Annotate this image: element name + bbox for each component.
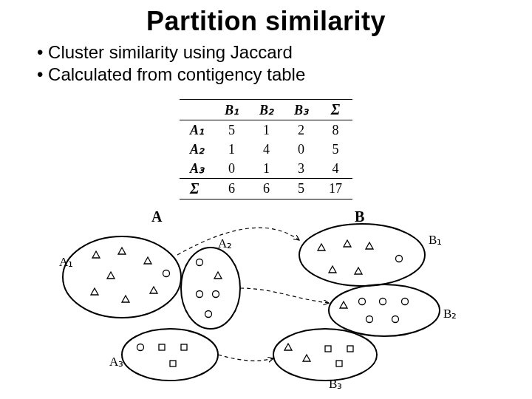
svg-point-5 — [137, 344, 144, 351]
svg-point-4 — [205, 311, 212, 318]
svg-rect-7 — [181, 344, 187, 350]
label-B2: B₂ — [443, 307, 457, 321]
cell: 5 — [284, 179, 318, 200]
cluster-A3 — [122, 329, 218, 381]
table-row: A₁ 5 1 2 8 — [180, 120, 352, 140]
cell: 0 — [214, 159, 249, 179]
col-header: B₂ — [249, 100, 284, 120]
page-title: Partition similarity — [0, 6, 532, 37]
svg-point-11 — [380, 299, 386, 305]
row-header: A₂ — [180, 140, 214, 159]
svg-rect-16 — [347, 346, 353, 352]
cell: 17 — [318, 179, 352, 200]
row-header-sum: Σ — [180, 179, 214, 200]
col-header: B₃ — [284, 100, 318, 120]
marks-B3 — [284, 344, 353, 366]
svg-point-2 — [197, 291, 203, 298]
marks-A1 — [91, 248, 170, 302]
partition-diagram: A B A₁ A₂ A₃ B₁ — [52, 207, 480, 392]
cluster-B3 — [273, 329, 377, 381]
cell: 3 — [284, 159, 318, 179]
cell: 6 — [214, 179, 249, 200]
table-header-row: B₁ B₂ B₃ Σ — [180, 100, 352, 120]
cluster-B1 — [299, 224, 425, 286]
cell: 1 — [214, 140, 249, 159]
svg-point-3 — [213, 291, 219, 298]
row-header: A₁ — [180, 120, 214, 140]
cell: 5 — [318, 140, 352, 159]
table-row: A₂ 1 4 0 5 — [180, 140, 352, 159]
cell: 1 — [249, 120, 284, 140]
bullet-item: Calculated from contigency table — [37, 64, 532, 86]
cell: 5 — [214, 120, 249, 140]
marks-B2 — [340, 299, 409, 323]
mapping-arrows — [177, 228, 329, 361]
label-B: B — [355, 208, 364, 225]
cell: 0 — [284, 140, 318, 159]
cluster-B2 — [329, 284, 440, 336]
cell: 8 — [318, 120, 352, 140]
table-sum-row: Σ 6 6 5 17 — [180, 179, 352, 200]
contingency-table: B₁ B₂ B₃ Σ A₁ 5 1 2 8 A₂ 1 4 0 5 A₃ 0 1 … — [180, 99, 352, 200]
label-B1: B₁ — [429, 233, 442, 247]
svg-point-0 — [163, 270, 170, 277]
svg-point-12 — [402, 299, 409, 305]
cell: 2 — [284, 120, 318, 140]
bullet-list: Cluster similarity using Jaccard Calcula… — [37, 41, 532, 86]
svg-rect-15 — [325, 346, 331, 352]
marks-A2 — [197, 259, 222, 318]
label-A: A — [151, 208, 163, 225]
cell: 1 — [249, 159, 284, 179]
col-header: B₁ — [214, 100, 249, 120]
row-header: A₃ — [180, 159, 214, 179]
svg-point-14 — [392, 316, 399, 323]
label-A2: A₂ — [218, 236, 232, 250]
label-B3: B₃ — [329, 377, 342, 391]
cell: 4 — [249, 140, 284, 159]
marks-B1 — [318, 240, 403, 274]
label-A3: A₃ — [109, 355, 123, 369]
svg-rect-17 — [336, 361, 342, 366]
col-header-sum: Σ — [318, 100, 352, 120]
svg-rect-6 — [159, 344, 165, 350]
svg-point-10 — [359, 299, 366, 305]
marks-A3 — [137, 344, 188, 367]
svg-point-9 — [396, 256, 403, 262]
svg-rect-8 — [170, 361, 176, 366]
table-row: A₃ 0 1 3 4 — [180, 159, 352, 179]
cell: 6 — [249, 179, 284, 200]
svg-point-1 — [197, 259, 203, 266]
label-A1: A₁ — [59, 255, 73, 269]
bullet-item: Cluster similarity using Jaccard — [37, 41, 532, 64]
svg-point-13 — [366, 316, 373, 323]
cluster-A1 — [63, 236, 181, 318]
cell: 4 — [318, 159, 352, 179]
